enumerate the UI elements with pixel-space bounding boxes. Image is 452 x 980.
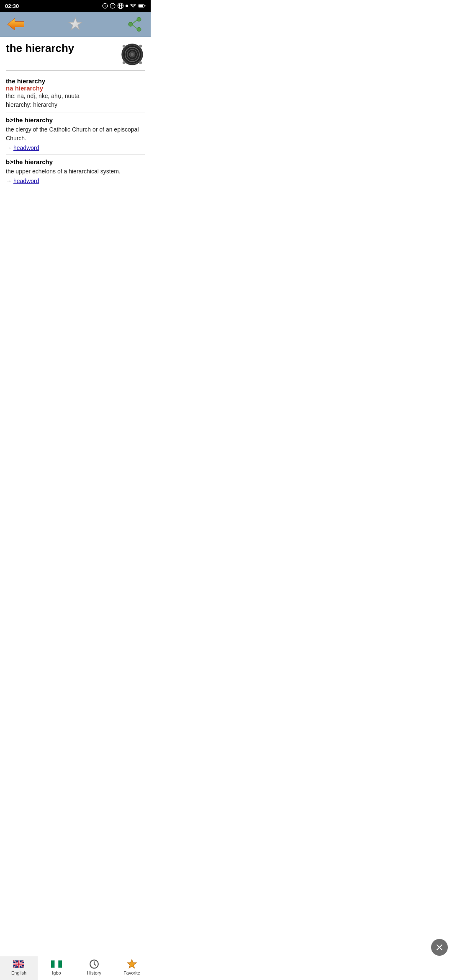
svg-marker-11: [8, 18, 24, 31]
entry-3: b>the hierarchy the upper echelons of a …: [6, 155, 145, 188]
word-title: the hierarchy: [6, 42, 120, 55]
svg-line-17: [133, 25, 137, 28]
entry-2-link[interactable]: headword: [13, 144, 39, 151]
svg-point-26: [139, 45, 142, 48]
status-bar: 02:30 i P: [0, 0, 151, 12]
back-button[interactable]: [7, 17, 25, 32]
svg-text:P: P: [112, 5, 113, 8]
info-icon: i: [102, 3, 108, 9]
svg-point-24: [123, 45, 126, 48]
status-icons: i P: [102, 3, 146, 9]
battery-icon: [138, 3, 146, 8]
toolbar: [0, 12, 151, 37]
bookmark-button[interactable]: [66, 15, 85, 34]
arrow-icon-2: →: [6, 144, 12, 151]
svg-point-15: [128, 22, 133, 26]
entry-2-link-row: → headword: [6, 144, 145, 151]
word-title-row: the hierarchy: [6, 42, 145, 67]
svg-point-23: [131, 53, 134, 56]
svg-marker-12: [69, 18, 82, 30]
content-area: the hierarchy: [0, 37, 151, 213]
entry-1: the hierarchy na hierarchy the: na, ndị,…: [6, 74, 145, 113]
svg-rect-10: [144, 5, 145, 7]
dot-icon: [126, 5, 128, 7]
entry-1-translation: the: na, ndị, nke, ahụ, nuutahierarchy: …: [6, 92, 145, 109]
entry-3-headword: b>the hierarchy: [6, 158, 145, 165]
share-button[interactable]: [126, 15, 144, 34]
svg-rect-9: [139, 5, 143, 7]
entry-2-headword: b>the hierarchy: [6, 116, 145, 124]
entry-1-igbo: na hierarchy: [6, 85, 145, 92]
wifi-icon: [130, 3, 136, 9]
globe-icon: [117, 3, 124, 9]
svg-point-27: [139, 61, 142, 64]
entry-1-headword: the hierarchy: [6, 77, 145, 85]
entry-3-definition: the upper echelons of a hierarchical sys…: [6, 167, 145, 176]
entry-3-link-row: → headword: [6, 178, 145, 184]
svg-point-7: [126, 5, 128, 7]
title-divider: [6, 70, 145, 71]
svg-point-13: [137, 17, 141, 21]
speaker-button[interactable]: [120, 42, 145, 67]
svg-line-16: [133, 20, 137, 23]
entry-3-link[interactable]: headword: [13, 178, 39, 184]
arrow-icon-3: →: [6, 178, 12, 184]
svg-point-25: [123, 61, 126, 64]
svg-text:i: i: [105, 4, 105, 8]
svg-point-14: [137, 27, 141, 31]
entry-2: b>the hierarchy the clergy of the Cathol…: [6, 113, 145, 155]
entry-2-definition: the clergy of the Catholic Church or of …: [6, 125, 145, 143]
status-time: 02:30: [5, 3, 19, 9]
vpn-icon: P: [110, 3, 116, 9]
